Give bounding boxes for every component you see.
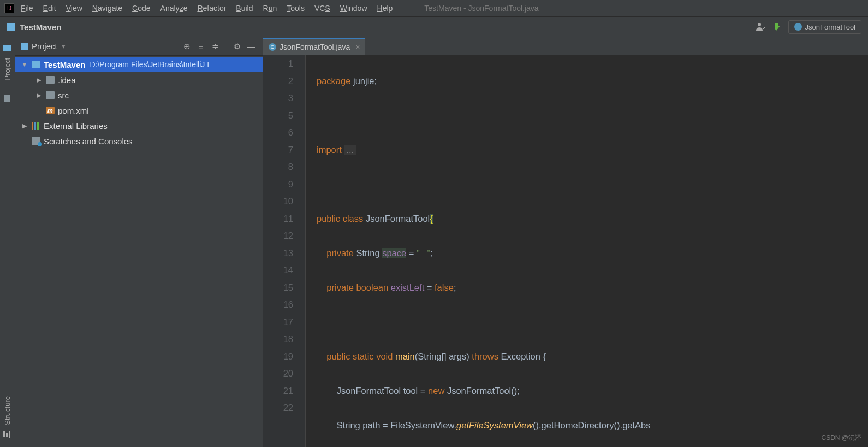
chevron-down-icon[interactable]: ▾: [62, 42, 66, 50]
tab-jsonformattool[interactable]: C JsonFormatTool.java ×: [263, 38, 365, 55]
menu-code[interactable]: Code: [132, 4, 150, 13]
line-number[interactable]: 2: [263, 73, 293, 90]
rail-structure-icon[interactable]: [3, 431, 12, 439]
sidebar-title[interactable]: Project: [32, 42, 57, 51]
tab-label: JsonFormatTool.java: [280, 43, 350, 51]
libraries-icon: [32, 122, 40, 130]
svg-rect-3: [3, 431, 5, 437]
scratches-icon: [32, 137, 40, 145]
java-class-icon: C: [269, 43, 276, 51]
chevron-right-icon[interactable]: ▶: [35, 92, 43, 99]
rail-file-icon[interactable]: [3, 95, 12, 104]
line-number[interactable]: 15: [263, 279, 293, 297]
left-tool-rail: Project Structure: [0, 37, 15, 447]
svg-rect-5: [9, 431, 10, 438]
line-number[interactable]: 5: [263, 107, 293, 125]
line-number[interactable]: 14: [263, 262, 293, 279]
tree-scratches[interactable]: Scratches and Consoles: [15, 133, 263, 149]
project-sidebar: Project ▾ ⊕ ≡ ≑ ⚙ — ▼ TestMaven D:\Progr…: [15, 37, 263, 447]
line-number[interactable]: 9: [263, 176, 293, 193]
hide-icon[interactable]: —: [245, 40, 257, 52]
collapse-all-icon[interactable]: ≑: [209, 40, 221, 52]
svg-rect-4: [6, 433, 8, 437]
line-number[interactable]: 21: [263, 383, 293, 400]
tree-ext-label: External Libraries: [44, 121, 108, 131]
line-number[interactable]: 18: [263, 331, 293, 348]
tree-idea-label: .idea: [58, 75, 76, 85]
project-tree[interactable]: ▼ TestMaven D:\Program Files\JetBrains\I…: [15, 56, 263, 447]
menu-analyze[interactable]: Analyze: [160, 4, 188, 13]
build-hammer-icon[interactable]: [773, 22, 783, 32]
module-folder-icon: [32, 61, 40, 68]
svg-rect-1: [3, 45, 11, 51]
rail-structure-label[interactable]: Structure: [3, 396, 11, 425]
run-config-name: JsonFormatTool: [805, 23, 855, 31]
tree-pom[interactable]: m pom.xml: [15, 103, 263, 118]
menu-build[interactable]: Build: [236, 4, 253, 13]
svg-point-0: [758, 23, 761, 26]
line-number[interactable]: 3: [263, 90, 293, 107]
folder-icon: [46, 76, 55, 84]
line-number[interactable]: 10: [263, 193, 293, 210]
close-icon[interactable]: ×: [355, 43, 360, 51]
line-number[interactable]: 17: [263, 314, 293, 331]
chevron-down-icon[interactable]: ▼: [21, 61, 28, 68]
project-folder-icon: [7, 23, 15, 31]
line-number[interactable]: 19: [263, 348, 293, 366]
select-opened-icon[interactable]: ⊕: [181, 40, 193, 52]
app-logo-icon: IJ: [4, 3, 14, 13]
line-number[interactable]: 1: [263, 55, 293, 73]
window-title: TestMaven - JsonFormatTool.java: [424, 4, 538, 13]
run-config-selector[interactable]: JsonFormatTool: [788, 20, 861, 34]
chevron-right-icon[interactable]: ▶: [35, 77, 43, 84]
menu-run[interactable]: Run: [263, 4, 277, 13]
svg-rect-2: [4, 95, 10, 102]
line-number[interactable]: 11: [263, 210, 293, 228]
tree-external-libs[interactable]: ▶ External Libraries: [15, 118, 263, 133]
line-number[interactable]: 7: [263, 142, 293, 159]
menu-file[interactable]: File: [21, 4, 33, 13]
code-body[interactable]: package junjie; import ... public class …: [306, 55, 868, 447]
gear-icon[interactable]: ⚙: [231, 40, 243, 52]
gutter[interactable]: 1 2 3 5 6 7 8 9 10 11 12 13 14 15 16 17 …: [263, 55, 306, 447]
tree-scratch-label: Scratches and Consoles: [44, 137, 133, 146]
chevron-right-icon[interactable]: ▶: [21, 122, 28, 130]
breadcrumb-project[interactable]: TestMaven: [20, 22, 61, 32]
editor-area: C JsonFormatTool.java × 1 2 3 5 6 7 8 9 …: [263, 37, 868, 447]
line-number[interactable]: 12: [263, 227, 293, 245]
nav-bar: TestMaven JsonFormatTool: [0, 16, 868, 37]
menu-navigate[interactable]: Navigate: [92, 4, 122, 13]
folder-icon: [46, 91, 55, 99]
tree-src-label: src: [58, 91, 69, 100]
line-number[interactable]: 16: [263, 296, 293, 314]
expand-all-icon[interactable]: ≡: [195, 40, 207, 52]
line-number[interactable]: 20: [263, 365, 293, 383]
user-icon[interactable]: [756, 22, 765, 32]
menu-vcs[interactable]: VCS: [314, 4, 330, 13]
menu-window[interactable]: Window: [340, 4, 367, 13]
code-editor[interactable]: 1 2 3 5 6 7 8 9 10 11 12 13 14 15 16 17 …: [263, 55, 868, 447]
line-number[interactable]: 8: [263, 158, 293, 176]
tree-pom-label: pom.xml: [58, 106, 89, 115]
menu-tools[interactable]: Tools: [287, 4, 305, 13]
tree-src[interactable]: ▶ src: [15, 87, 263, 103]
project-view-icon: [21, 43, 28, 50]
menu-edit[interactable]: Edit: [43, 4, 56, 13]
tree-root-path: D:\Program Files\JetBrains\IntelliJ I: [90, 60, 209, 69]
java-class-icon: [794, 23, 802, 31]
menu-help[interactable]: Help: [377, 4, 393, 13]
line-number[interactable]: 22: [263, 399, 293, 417]
line-number[interactable]: 13: [263, 245, 293, 262]
tree-idea[interactable]: ▶ .idea: [15, 72, 263, 87]
menu-view[interactable]: View: [66, 4, 82, 13]
menu-bar: IJ File Edit View Navigate Code Analyze …: [0, 0, 868, 16]
line-number[interactable]: 6: [263, 124, 293, 142]
tree-root-name: TestMaven: [44, 60, 85, 69]
maven-icon: m: [46, 107, 55, 114]
rail-project-icon[interactable]: [3, 44, 12, 52]
menu-refactor[interactable]: Refactor: [197, 4, 226, 13]
rail-project-label[interactable]: Project: [3, 58, 11, 80]
watermark: CSDN @沉泽: [821, 433, 861, 443]
sidebar-header: Project ▾ ⊕ ≡ ≑ ⚙ —: [15, 37, 263, 56]
tree-root[interactable]: ▼ TestMaven D:\Program Files\JetBrains\I…: [15, 57, 263, 72]
